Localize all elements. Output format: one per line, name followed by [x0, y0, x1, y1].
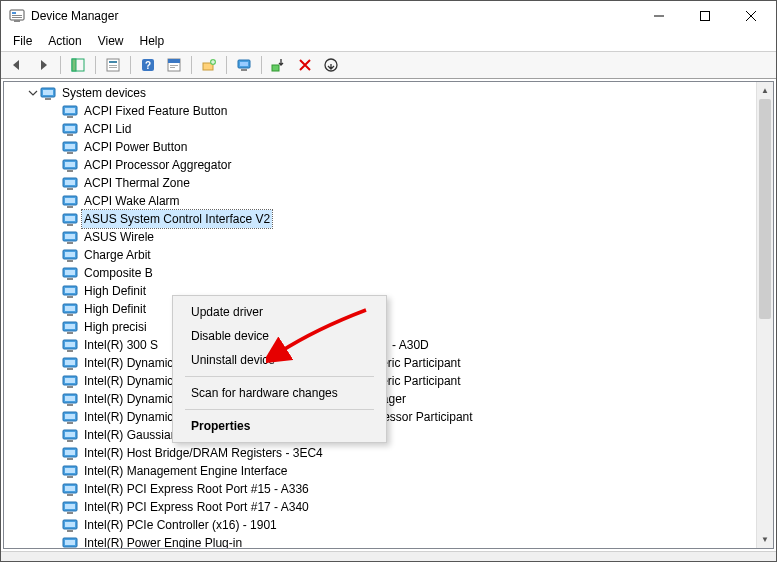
svg-rect-93 [67, 494, 73, 496]
ctx-uninstall-device[interactable]: Uninstall device [173, 348, 386, 372]
device-tree-item[interactable]: High precisi [4, 318, 773, 336]
device-tree-item[interactable]: Intel(R) Dynamic Platform and Thermal Fr… [4, 372, 773, 390]
disable-device-button[interactable] [293, 54, 317, 76]
svg-rect-75 [67, 386, 73, 388]
action-button[interactable] [162, 54, 186, 76]
device-tree-item[interactable]: High Definit [4, 282, 773, 300]
svg-rect-90 [67, 476, 73, 478]
vertical-scrollbar[interactable]: ▲ ▼ [756, 82, 773, 548]
svg-rect-15 [168, 59, 180, 63]
scroll-track[interactable] [757, 99, 773, 531]
tree-category-row[interactable]: System devices [4, 84, 773, 102]
ctx-scan-hardware[interactable]: Scan for hardware changes [173, 381, 386, 405]
scroll-thumb[interactable] [759, 99, 771, 319]
device-tree-item[interactable]: Charge Arbit [4, 246, 773, 264]
device-icon [62, 463, 78, 479]
svg-rect-45 [67, 206, 73, 208]
device-icon [62, 157, 78, 173]
svg-text:?: ? [145, 60, 151, 71]
ctx-disable-device[interactable]: Disable device [173, 324, 386, 348]
svg-rect-80 [65, 414, 75, 419]
scroll-up-button[interactable]: ▲ [757, 82, 773, 99]
device-icon [62, 427, 78, 443]
svg-rect-72 [67, 368, 73, 370]
scroll-down-button[interactable]: ▼ [757, 531, 773, 548]
device-manager-window: Device Manager File Action View Help [0, 0, 777, 562]
svg-rect-36 [67, 152, 73, 154]
device-label: Intel(R) Power Engine Plug-in [82, 534, 244, 548]
collapse-icon[interactable] [26, 86, 40, 100]
device-tree-item[interactable]: High Definit [4, 300, 773, 318]
device-tree-item[interactable]: ACPI Lid [4, 120, 773, 138]
device-tree-item[interactable]: ACPI Processor Aggregator [4, 156, 773, 174]
menu-help[interactable]: Help [132, 32, 173, 50]
context-menu: Update driver Disable device Uninstall d… [172, 295, 387, 443]
minimize-button[interactable] [636, 1, 682, 31]
svg-rect-59 [65, 288, 75, 293]
svg-rect-44 [65, 198, 75, 203]
properties-button[interactable] [101, 54, 125, 76]
device-tree-item[interactable]: ACPI Wake Alarm [4, 192, 773, 210]
svg-rect-65 [65, 324, 75, 329]
device-icon [62, 535, 78, 548]
device-tree-item[interactable]: Intel(R) Dynamic Platform and Thermal Fr… [4, 408, 773, 426]
show-hide-tree-button[interactable] [66, 54, 90, 76]
device-tree-item[interactable]: Intel(R) Dynamic Platform and Thermal Fr… [4, 354, 773, 372]
svg-rect-42 [67, 188, 73, 190]
device-label: High Definit [82, 300, 148, 318]
menu-view[interactable]: View [90, 32, 132, 50]
maximize-button[interactable] [682, 1, 728, 31]
device-label-suffix: - A30D [392, 336, 429, 354]
svg-rect-50 [65, 234, 75, 239]
ctx-update-driver[interactable]: Update driver [173, 300, 386, 324]
update-driver-button[interactable] [197, 54, 221, 76]
svg-rect-81 [67, 422, 73, 424]
svg-rect-2 [12, 15, 22, 16]
scan-hardware-button[interactable] [232, 54, 256, 76]
device-icon [62, 373, 78, 389]
device-tree-item[interactable]: Intel(R) PCI Express Root Port #17 - A34… [4, 498, 773, 516]
device-tree-item[interactable]: ACPI Thermal Zone [4, 174, 773, 192]
device-label: Composite B [82, 264, 155, 282]
device-tree-item[interactable]: Intel(R) 300 S - A30D [4, 336, 773, 354]
svg-rect-26 [43, 90, 53, 95]
forward-button[interactable] [31, 54, 55, 76]
close-button[interactable] [728, 1, 774, 31]
titlebar: Device Manager [1, 1, 776, 31]
menu-file[interactable]: File [5, 32, 40, 50]
device-tree-item[interactable]: Intel(R) PCI Express Root Port #15 - A33… [4, 480, 773, 498]
enable-device-button[interactable] [267, 54, 291, 76]
menu-action[interactable]: Action [40, 32, 89, 50]
device-tree-item[interactable]: ASUS Wirele [4, 228, 773, 246]
svg-rect-84 [67, 440, 73, 442]
device-tree-item[interactable]: Intel(R) PCIe Controller (x16) - 1901 [4, 516, 773, 534]
device-tree-item[interactable]: ASUS System Control Interface V2 [4, 210, 773, 228]
device-tree-item[interactable]: ACPI Fixed Feature Button [4, 102, 773, 120]
svg-rect-57 [67, 278, 73, 280]
svg-rect-60 [67, 296, 73, 298]
device-tree[interactable]: System devices ACPI Fixed Feature Button… [4, 82, 773, 548]
device-icon [62, 103, 78, 119]
device-label: Charge Arbit [82, 246, 153, 264]
device-label: ASUS Wirele [82, 228, 156, 246]
ctx-properties[interactable]: Properties [173, 414, 386, 438]
svg-rect-77 [65, 396, 75, 401]
device-tree-item[interactable]: Intel(R) Dynamic Platform and Thermal Fr… [4, 390, 773, 408]
device-tree-item[interactable]: Intel(R) Gaussian Mixture Model - 1911 [4, 426, 773, 444]
device-icon [62, 265, 78, 281]
help-button[interactable]: ? [136, 54, 160, 76]
svg-rect-47 [65, 216, 75, 221]
statusbar [1, 551, 776, 561]
uninstall-device-button[interactable] [319, 54, 343, 76]
device-tree-item[interactable]: Composite B [4, 264, 773, 282]
device-tree-item[interactable]: Intel(R) Management Engine Interface [4, 462, 773, 480]
device-tree-item[interactable]: Intel(R) Host Bridge/DRAM Registers - 3E… [4, 444, 773, 462]
svg-rect-83 [65, 432, 75, 437]
device-icon [62, 193, 78, 209]
device-tree-item[interactable]: ACPI Power Button [4, 138, 773, 156]
svg-rect-5 [701, 12, 710, 21]
device-tree-item[interactable]: Intel(R) Power Engine Plug-in [4, 534, 773, 548]
svg-rect-17 [170, 67, 175, 68]
back-button[interactable] [5, 54, 29, 76]
svg-rect-56 [65, 270, 75, 275]
